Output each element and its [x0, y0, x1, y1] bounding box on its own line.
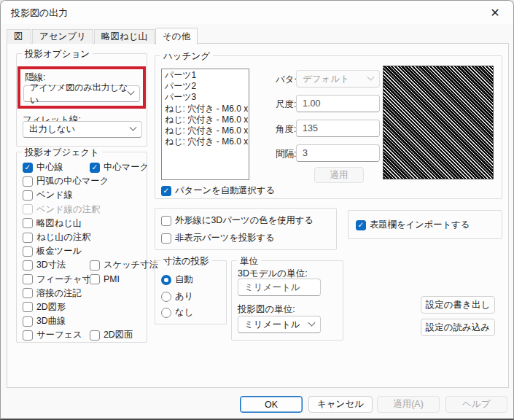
checkbox-surfaces[interactable]: サーフェス [23, 329, 82, 341]
checkbox-label: サーフェス [36, 329, 82, 341]
checkbox-icon [23, 316, 33, 327]
cancel-button[interactable]: キャンセル [308, 396, 373, 413]
titlebar: 投影図の出力 ✕ [1, 1, 513, 24]
checkbox-sheet-metal-tools[interactable]: 板金ツール [23, 245, 82, 257]
export-settings-button[interactable]: 設定の書き出し [421, 296, 495, 314]
checkbox-icon [23, 246, 33, 257]
checkbox-import-title-block[interactable]: 表題欄をインポートする [356, 219, 470, 231]
radio-label: なし [175, 306, 193, 319]
checkbox-icon [90, 260, 100, 271]
pattern-value: デフォルト [303, 73, 349, 85]
checkbox-auto-select-pattern[interactable]: パターンを自動選択する [161, 184, 275, 197]
checkbox-label: 外形線に3Dパーツの色を使用する [175, 214, 314, 227]
radio-icon [161, 308, 171, 318]
checkbox-label: 中心マーク [104, 161, 149, 174]
checkbox-3d-dimensions[interactable]: 3D寸法 [23, 259, 66, 271]
projection-options-title: 投影オプション [22, 48, 93, 61]
title-block-box: 表題欄をインポートする [348, 210, 502, 239]
hidden-line-select[interactable]: アイソメ図のみ出力しない [23, 85, 140, 102]
spacing-label: 間隔: [276, 148, 296, 160]
checkbox-icon [23, 176, 33, 187]
drawing-units-value: ミリメートル [244, 319, 300, 331]
checkbox-icon [23, 302, 33, 312]
radio-without[interactable]: なし [161, 306, 193, 319]
checkbox-checked-icon [90, 163, 100, 173]
checkbox-3d-curves[interactable]: 3D曲線 [23, 315, 66, 327]
list-item[interactable]: パーツ2 [165, 81, 249, 92]
checkbox-arc-center-mark[interactable]: 円弧の中心マーク [23, 175, 109, 187]
fillet-line-select[interactable]: 出力しない [23, 121, 142, 138]
checkbox-feature-dimensions[interactable]: フィーチャ寸法 [23, 273, 100, 286]
checkbox-label: 表題欄をインポートする [370, 219, 470, 231]
list-item[interactable]: ねじ: 穴付き - M6.0 x 12 [165, 136, 249, 147]
close-button[interactable]: ✕ [483, 3, 507, 22]
drawing-units-select[interactable]: ミリメートル [238, 316, 321, 333]
checkbox-bend-line-annotation: ベンド線の注釈 [23, 203, 100, 216]
checkbox-label: パターンを自動選択する [175, 184, 275, 197]
pattern-select: デフォルト [296, 70, 380, 88]
angle-input[interactable] [296, 120, 380, 137]
checkbox-icon [161, 216, 171, 226]
checkbox-icon [90, 330, 100, 341]
scale-input[interactable] [296, 95, 380, 112]
ok-button[interactable]: OK [240, 396, 303, 413]
hatching-title: ハッチング [160, 50, 213, 63]
angle-label: 角度: [276, 123, 296, 136]
checkbox-checked-icon [356, 220, 366, 230]
outline-options-box: 外形線に3Dパーツの色を使用する 非表示パーツを投影する [155, 208, 337, 250]
spacing-input[interactable] [296, 144, 380, 162]
checkbox-label: 3D曲線 [36, 315, 66, 327]
help-button: ヘルプ [445, 396, 507, 413]
tab-other[interactable]: その他 [155, 28, 198, 44]
parts-listbox[interactable]: パーツ1 パーツ2 パーツ3 ねじ: 穴付き - M6.0 x 12 ねじ: 穴… [161, 69, 249, 180]
checkbox-bend-line[interactable]: ベンド線 [23, 189, 73, 201]
checkbox-label: 板金ツール [36, 245, 82, 257]
checkbox-center-line[interactable]: 中心線 [23, 161, 63, 174]
dimension-projection-group: 寸法の投影 自動 あり なし [155, 260, 227, 324]
checkbox-project-hidden-parts[interactable]: 非表示パーツを投影する [161, 232, 275, 244]
checkbox-2d-drawing[interactable]: 2D図面 [90, 329, 133, 341]
hatch-pattern-preview [383, 66, 494, 179]
radio-selected-icon [161, 275, 171, 285]
tab-cosmetic-thread[interactable]: 略図ねじ山 [94, 29, 155, 44]
radio-auto[interactable]: 自動 [161, 273, 193, 286]
checkbox-label: 3D寸法 [36, 259, 66, 271]
checkbox-label: 非表示パーツを投影する [175, 232, 275, 244]
checkbox-thread-annotation[interactable]: ねじ山の注釈 [23, 231, 91, 244]
checkbox-use-3d-part-color[interactable]: 外形線に3Dパーツの色を使用する [161, 214, 314, 227]
checkbox-label: 溶接の注記 [36, 287, 82, 300]
hidden-line-value: アイソメ図のみ出力しない [30, 82, 128, 106]
drawing-units-label: 投影図の単位: [238, 303, 295, 316]
checkbox-cosmetic-thread[interactable]: 略図ねじ山 [23, 217, 82, 230]
radio-with[interactable]: あり [161, 290, 193, 303]
checkbox-checked-icon [23, 163, 33, 173]
checkbox-icon [161, 233, 171, 244]
checkbox-2d-figures[interactable]: 2D図形 [23, 301, 66, 314]
projection-objects-group: 投影オブジェクト 中心線 中心マーク 円弧の中心マーク ベンド線 ベンド線の注釈… [16, 152, 147, 343]
model-units-input [238, 279, 321, 296]
checkbox-label: ベンド線 [36, 189, 73, 201]
checkbox-weld-notes[interactable]: 溶接の注記 [23, 287, 82, 300]
import-settings-button[interactable]: 設定の読み込み [421, 319, 495, 336]
checkbox-center-mark[interactable]: 中心マーク [90, 161, 149, 174]
checkbox-label: ベンド線の注釈 [36, 203, 100, 216]
checkbox-pmi[interactable]: PMI [90, 274, 120, 284]
units-title: 単位 [237, 255, 261, 268]
checkbox-label: ねじ山の注釈 [36, 231, 91, 244]
list-item[interactable]: パーツ1 [165, 70, 249, 81]
checkbox-sketch-dimensions[interactable]: スケッチ寸法 [90, 259, 158, 271]
list-item[interactable]: ねじ: 穴付き - M6.0 x 12 [165, 104, 249, 114]
checkbox-icon [23, 190, 33, 201]
list-item[interactable]: ねじ: 穴付き - M6.0 x 12 [165, 125, 249, 136]
tab-assembly[interactable]: アセンブリ [32, 29, 93, 44]
list-item[interactable]: ねじ: 穴付き - M6.0 x 12 [165, 114, 249, 125]
checkbox-checked-icon [161, 186, 171, 196]
checkbox-icon [23, 288, 33, 298]
tab-figure[interactable]: 図 [7, 29, 31, 44]
chevron-down-icon [367, 73, 375, 80]
chevron-down-icon [130, 124, 137, 131]
checkbox-icon [23, 204, 33, 214]
checkbox-label: 円弧の中心マーク [36, 175, 109, 187]
list-item[interactable]: パーツ3 [165, 92, 249, 103]
dimension-projection-title: 寸法の投影 [160, 255, 212, 268]
